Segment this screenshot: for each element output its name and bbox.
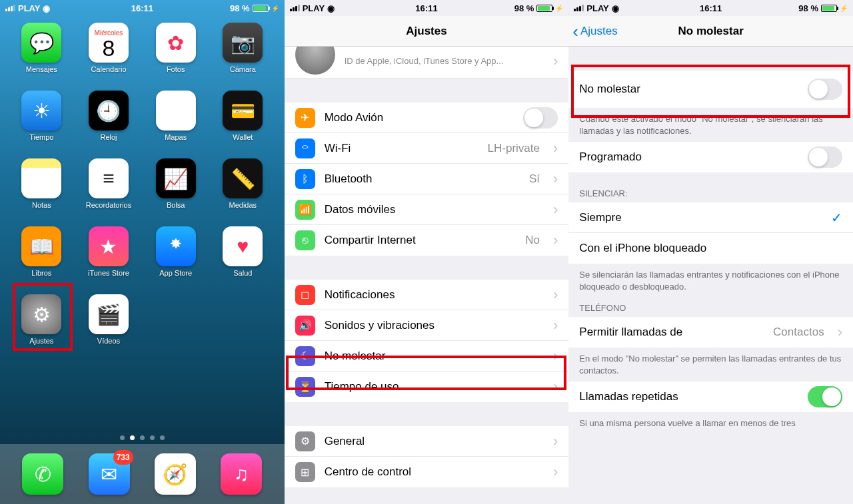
row-apple-id[interactable]: ID de Apple, iCloud, iTunes Store y App.…	[285, 47, 569, 79]
dnd-toggle[interactable]	[808, 79, 842, 100]
row-notifications[interactable]: ◻ Notificaciones ›	[285, 280, 569, 310]
camera-icon: 📷	[223, 23, 263, 63]
row-do-not-disturb[interactable]: ☾ No molestar ›	[285, 341, 569, 372]
health-icon: ♥	[223, 226, 263, 266]
maps-icon: 🗺	[156, 91, 196, 130]
app-photos[interactable]: ✿Fotos	[146, 23, 206, 88]
gear-icon: ⚙	[295, 431, 315, 451]
row-scheduled[interactable]: Programado	[568, 142, 853, 172]
app-health[interactable]: ♥Salud	[213, 226, 273, 292]
signal-icon	[574, 5, 584, 11]
row-silence-locked[interactable]: Con el iPhone bloqueado	[568, 233, 853, 264]
signal-icon	[5, 5, 15, 11]
airplane-toggle[interactable]	[523, 107, 558, 128]
app-measure[interactable]: 📏Medidas	[213, 158, 273, 224]
wifi-row-icon: ⌔	[295, 138, 315, 158]
app-clock[interactable]: 🕘Reloj	[79, 91, 139, 156]
hotspot-icon: ⎋	[295, 230, 315, 250]
videos-icon: 🎬	[89, 294, 129, 334]
nav-title: Ajustes	[406, 25, 446, 38]
notifications-icon: ◻	[295, 285, 315, 305]
chevron-right-icon: ›	[553, 348, 558, 365]
battery-pct: 98 %	[230, 3, 250, 13]
row-hotspot[interactable]: ⎋ Compartir Internet No ›	[285, 225, 569, 256]
chevron-right-icon: ›	[553, 201, 558, 218]
control-center-icon: ⊞	[295, 462, 315, 482]
app-camera[interactable]: 📷Cámara	[213, 23, 273, 88]
chevron-right-icon: ›	[553, 286, 558, 304]
music-icon: ♫	[221, 453, 262, 495]
books-icon: 📖	[21, 226, 61, 266]
stocks-icon: 📈	[156, 158, 196, 198]
notes-icon	[21, 158, 61, 198]
chevron-right-icon: ›	[553, 232, 558, 249]
charging-icon: ⚡	[555, 5, 563, 12]
nav-bar: Ajustes	[285, 16, 569, 47]
mail-badge: 733	[113, 450, 133, 465]
moon-icon: ☾	[295, 346, 315, 366]
app-weather[interactable]: ☀Tiempo	[11, 91, 71, 156]
scheduled-toggle[interactable]	[808, 146, 842, 168]
home-screen: PLAY ◉ 16:11 98 % ⚡ 💬Mensajes Miércoles8…	[0, 0, 285, 504]
bluetooth-icon: ᛒ	[295, 169, 315, 189]
app-appstore[interactable]: App Store	[146, 226, 206, 292]
app-notes[interactable]: Notas	[11, 158, 71, 224]
row-allow-calls[interactable]: Permitir llamadas de Contactos ›	[568, 317, 853, 348]
status-bar: PLAY◉ 16:11 98 %⚡	[285, 0, 569, 16]
nav-bar: ‹Ajustes No molestar	[568, 16, 853, 47]
hourglass-icon: ⏳	[295, 377, 315, 397]
row-airplane-mode[interactable]: ✈ Modo Avión	[285, 103, 569, 133]
nav-title: No molestar	[678, 25, 744, 38]
row-general[interactable]: ⚙ General ›	[285, 426, 569, 457]
back-button[interactable]: ‹Ajustes	[572, 23, 617, 40]
chevron-right-icon: ›	[838, 324, 842, 341]
app-books[interactable]: 📖Libros	[11, 226, 71, 292]
app-calendar[interactable]: Miércoles8Calendario	[79, 23, 139, 88]
row-mobile-data[interactable]: 📶 Datos móviles ›	[285, 194, 569, 225]
apple-id-subtitle: ID de Apple, iCloud, iTunes Store y App.…	[345, 56, 540, 66]
row-silence-always[interactable]: Siempre ✓	[568, 202, 853, 233]
page-indicator	[0, 431, 285, 444]
app-maps[interactable]: 🗺Mapas	[146, 91, 206, 156]
photos-icon: ✿	[156, 23, 196, 63]
row-sounds[interactable]: 🔊 Sonidos y vibraciones ›	[285, 310, 569, 341]
battery-icon	[821, 5, 837, 12]
wifi-icon: ◉	[612, 3, 619, 13]
messages-icon: 💬	[21, 23, 61, 63]
itunes-icon: ★	[89, 226, 129, 266]
airplane-icon: ✈	[295, 108, 315, 128]
battery-icon	[253, 5, 269, 12]
app-settings[interactable]: ⚙Ajustes	[11, 294, 71, 360]
app-videos[interactable]: 🎬Vídeos	[79, 294, 139, 360]
row-repeated-calls[interactable]: Llamadas repetidas	[568, 381, 853, 412]
app-reminders[interactable]: ≡Recordatorios	[79, 158, 139, 224]
reminders-icon: ≡	[89, 158, 129, 198]
phone-icon: ✆	[22, 453, 63, 495]
chevron-right-icon: ›	[553, 53, 558, 70]
signal-icon	[290, 5, 300, 11]
app-stocks[interactable]: 📈Bolsa	[146, 158, 206, 224]
dock-safari[interactable]: 🧭	[145, 453, 205, 495]
allow-footer: En el modo "No molestar" se permiten las…	[568, 348, 853, 381]
clock-label: 16:11	[131, 3, 153, 13]
app-wallet[interactable]: 💳Wallet	[213, 91, 273, 156]
dock-mail[interactable]: ✉733	[79, 453, 139, 495]
wifi-icon: ◉	[43, 3, 50, 13]
app-messages[interactable]: 💬Mensajes	[11, 23, 71, 88]
row-bluetooth[interactable]: ᛒ Bluetooth Sí ›	[285, 164, 569, 194]
check-icon: ✓	[831, 210, 842, 226]
chevron-right-icon: ›	[553, 140, 558, 157]
status-bar: PLAY◉ 16:11 98 %⚡	[568, 0, 853, 16]
row-screen-time[interactable]: ⏳ Tiempo de uso ›	[285, 372, 569, 402]
phone-header: TELÉFONO	[568, 298, 853, 317]
chevron-right-icon: ›	[553, 170, 558, 188]
row-control-center[interactable]: ⊞ Centro de control ›	[285, 457, 569, 487]
dnd-footer: Cuando esté activado el modo "No molesta…	[568, 108, 853, 142]
silence-header: SILENCIAR:	[568, 172, 853, 202]
dock-music[interactable]: ♫	[211, 453, 271, 495]
row-wifi[interactable]: ⌔ Wi-Fi LH-private ›	[285, 133, 569, 164]
app-itunes[interactable]: ★iTunes Store	[79, 226, 139, 292]
repeated-toggle[interactable]	[808, 386, 842, 407]
dock-phone[interactable]: ✆	[13, 453, 73, 495]
row-dnd-toggle[interactable]: No molestar	[568, 71, 853, 108]
